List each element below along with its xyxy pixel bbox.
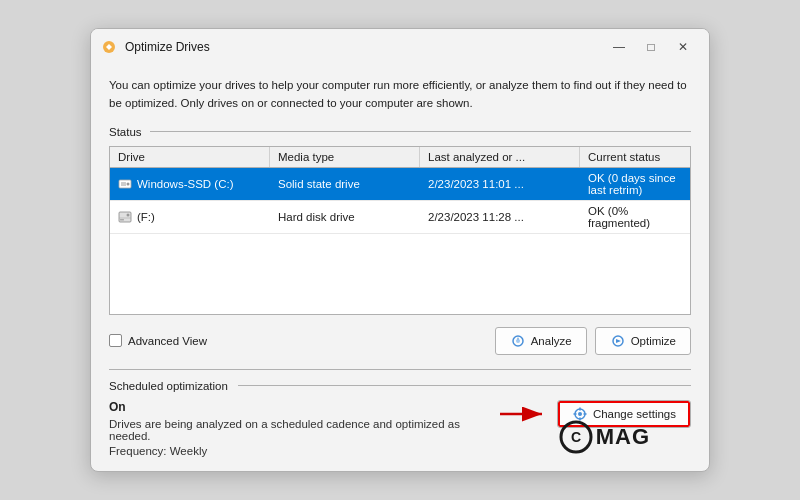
watermark-text: MAG — [596, 424, 650, 450]
scheduled-header: Scheduled optimization — [109, 380, 691, 392]
cell-analyzed-1: 2/23/2023 11:28 ... — [420, 201, 580, 233]
status-section-header: Status — [109, 126, 691, 138]
red-arrow-icon — [496, 402, 551, 426]
maximize-button[interactable]: □ — [637, 37, 665, 57]
svg-text:C: C — [571, 429, 581, 445]
svg-point-14 — [578, 412, 582, 416]
table-header-row: Drive Media type Last analyzed or ... Cu… — [110, 147, 690, 168]
svg-point-9 — [516, 339, 520, 343]
table-empty-area — [110, 234, 690, 314]
cell-analyzed-0: 2/23/2023 11:01 ... — [420, 168, 580, 200]
optimize-drives-window: Optimize Drives — □ ✕ You can optimize y… — [90, 28, 710, 472]
window-controls: — □ ✕ — [605, 37, 697, 57]
table-row[interactable]: Windows-SSD (C:) Solid state drive 2/23/… — [110, 168, 690, 201]
header-media-type: Media type — [270, 147, 420, 167]
analyze-button[interactable]: Analyze — [495, 327, 587, 355]
close-button[interactable]: ✕ — [669, 37, 697, 57]
scheduled-label: Scheduled optimization — [109, 380, 228, 392]
description-text: You can optimize your drives to help you… — [109, 77, 691, 112]
advanced-view-text: Advanced View — [128, 335, 207, 347]
scheduled-description: Drives are being analyzed on a scheduled… — [109, 418, 496, 442]
watermark: C MAG — [559, 420, 650, 454]
header-current-status: Current status — [580, 147, 690, 167]
optimize-icon — [610, 333, 626, 349]
advanced-view-checkbox[interactable] — [109, 334, 122, 347]
advanced-view-label[interactable]: Advanced View — [109, 334, 495, 347]
cell-status-1: OK (0% fragmented) — [580, 201, 690, 233]
window-title: Optimize Drives — [125, 40, 605, 54]
scheduled-info: On Drives are being analyzed on a schedu… — [109, 400, 496, 457]
svg-point-6 — [127, 213, 130, 216]
cell-status-0: OK (0 days since last retrim) — [580, 168, 690, 200]
window-icon — [101, 39, 117, 55]
svg-rect-2 — [121, 182, 126, 186]
cell-drive-1: (F:) — [110, 201, 270, 233]
cmag-logo-icon: C — [559, 420, 593, 454]
cell-media-0: Solid state drive — [270, 168, 420, 200]
scheduled-status: On — [109, 400, 496, 414]
status-label: Status — [109, 126, 142, 138]
header-drive: Drive — [110, 147, 270, 167]
bottom-toolbar: Advanced View Analyze — [109, 327, 691, 355]
table-row[interactable]: (F:) Hard disk drive 2/23/2023 11:28 ...… — [110, 201, 690, 234]
hdd-icon — [118, 210, 132, 224]
action-buttons: Analyze Optimize — [495, 327, 691, 355]
scheduled-frequency: Frequency: Weekly — [109, 445, 496, 457]
header-last-analyzed: Last analyzed or ... — [420, 147, 580, 167]
svg-point-3 — [127, 182, 130, 185]
title-bar: Optimize Drives — □ ✕ — [91, 29, 709, 63]
analyze-icon — [510, 333, 526, 349]
cell-media-1: Hard disk drive — [270, 201, 420, 233]
window-content: You can optimize your drives to help you… — [91, 63, 709, 471]
minimize-button[interactable]: — — [605, 37, 633, 57]
cell-drive-0: Windows-SSD (C:) — [110, 168, 270, 200]
drives-table: Drive Media type Last analyzed or ... Cu… — [109, 146, 691, 315]
optimize-button[interactable]: Optimize — [595, 327, 691, 355]
svg-rect-7 — [120, 219, 124, 221]
ssd-icon — [118, 177, 132, 191]
